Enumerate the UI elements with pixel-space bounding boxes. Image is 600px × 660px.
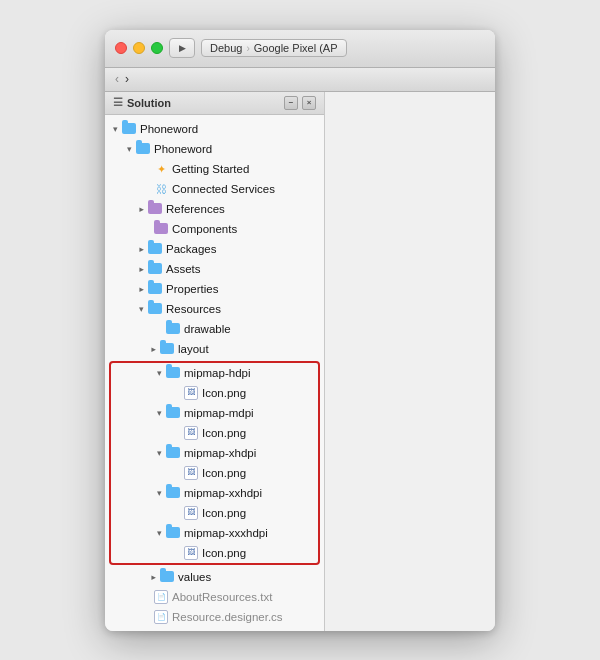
forward-arrow[interactable]: › — [123, 72, 131, 86]
solution-tree: ▾ Phoneword ▾ Phoneword ▾ — [105, 115, 324, 631]
tree-item-phoneword-child[interactable]: ▾ Phoneword — [105, 139, 324, 159]
label-mipmap-mdpi: mipmap-mdpi — [184, 404, 254, 422]
editor-panel — [325, 92, 495, 631]
arrow-resources: ▾ — [135, 300, 147, 318]
label-drawable: drawable — [184, 320, 231, 338]
tree-item-mipmap-xxhdpi[interactable]: ▾ mipmap-xxhdpi — [111, 483, 318, 503]
ide-window: ▶ Debug › Google Pixel (AP ‹ › ☰ Solutio… — [105, 30, 495, 631]
debug-selector[interactable]: Debug › Google Pixel (AP — [201, 39, 347, 57]
tree-item-connected-services[interactable]: ▾ ⛓ Connected Services — [105, 179, 324, 199]
folder-icon-mipmap-hdpi — [165, 365, 181, 381]
arrow-mipmap-xhdpi: ▾ — [153, 444, 165, 462]
file-icon-resource-designer: 📄 — [153, 609, 169, 625]
tree-item-packages[interactable]: ▾ Packages — [105, 239, 324, 259]
solution-list-icon: ☰ — [113, 96, 123, 109]
breadcrumb-bar: ‹ › — [105, 68, 495, 92]
folder-icon-drawable — [165, 321, 181, 337]
separator-icon: › — [246, 43, 249, 54]
arrow-phoneword-child: ▾ — [123, 140, 135, 158]
solution-minimize-btn[interactable]: − — [284, 96, 298, 110]
solution-header-left: ☰ Solution — [113, 96, 171, 109]
folder-icon-mipmap-xhdpi — [165, 445, 181, 461]
label-mipmap-xxxhdpi: mipmap-xxxhdpi — [184, 524, 268, 542]
solution-panel: ☰ Solution − × ▾ Phoneword — [105, 92, 325, 631]
getting-started-icon: ✦ — [153, 161, 169, 177]
tree-item-icon-xxxhdpi[interactable]: ▾ 🖼 Icon.png — [111, 543, 318, 563]
label-resources: Resources — [166, 300, 221, 318]
file-icon-hdpi: 🖼 — [183, 385, 199, 401]
tree-item-icon-xhdpi[interactable]: ▾ 🖼 Icon.png — [111, 463, 318, 483]
minimize-button[interactable] — [133, 42, 145, 54]
tree-item-references[interactable]: ▾ References — [105, 199, 324, 219]
tree-item-icon-xxhdpi[interactable]: ▾ 🖼 Icon.png — [111, 503, 318, 523]
play-button[interactable]: ▶ — [169, 38, 195, 58]
tree-item-about-resources[interactable]: ▾ 📄 AboutResources.txt — [105, 587, 324, 607]
label-mipmap-xhdpi: mipmap-xhdpi — [184, 444, 256, 462]
folder-icon-mipmap-xxhdpi — [165, 485, 181, 501]
label-icon-mdpi: Icon.png — [202, 424, 246, 442]
label-mipmap-hdpi: mipmap-hdpi — [184, 364, 250, 382]
back-arrow[interactable]: ‹ — [113, 72, 121, 86]
label-getting-started: Getting Started — [172, 160, 249, 178]
label-references: References — [166, 200, 225, 218]
tree-item-phoneword-root[interactable]: ▾ Phoneword — [105, 119, 324, 139]
folder-icon-resources — [147, 301, 163, 317]
file-icon-xhdpi: 🖼 — [183, 465, 199, 481]
label-properties: Properties — [166, 280, 218, 298]
label-assets: Assets — [166, 260, 201, 278]
solution-title: Solution — [127, 97, 171, 109]
arrow-mipmap-mdpi: ▾ — [153, 404, 165, 422]
solution-header-icons: − × — [284, 96, 316, 110]
label-resource-designer: Resource.designer.cs — [172, 608, 283, 626]
maximize-button[interactable] — [151, 42, 163, 54]
label-packages: Packages — [166, 240, 217, 258]
label-values: values — [178, 568, 211, 586]
titlebar: ▶ Debug › Google Pixel (AP — [105, 30, 495, 68]
label-layout: layout — [178, 340, 209, 358]
tree-item-components[interactable]: ▾ Components — [105, 219, 324, 239]
label-icon-hdpi: Icon.png — [202, 384, 246, 402]
nav-arrows: ‹ › — [113, 72, 131, 86]
device-label: Google Pixel (AP — [254, 42, 338, 54]
tree-item-mipmap-xxxhdpi[interactable]: ▾ mipmap-xxxhdpi — [111, 523, 318, 543]
label-phoneword-root: Phoneword — [140, 120, 198, 138]
tree-item-values[interactable]: ▾ values — [105, 567, 324, 587]
arrow-phoneword-root: ▾ — [109, 120, 121, 138]
play-icon: ▶ — [179, 43, 186, 53]
label-icon-xxhdpi: Icon.png — [202, 504, 246, 522]
tree-item-drawable[interactable]: ▾ drawable — [105, 319, 324, 339]
label-icon-xhdpi: Icon.png — [202, 464, 246, 482]
file-icon-xxhdpi: 🖼 — [183, 505, 199, 521]
file-icon-mdpi: 🖼 — [183, 425, 199, 441]
tree-item-resources[interactable]: ▾ Resources — [105, 299, 324, 319]
label-components: Components — [172, 220, 237, 238]
label-connected-services: Connected Services — [172, 180, 275, 198]
solution-header: ☰ Solution − × — [105, 92, 324, 115]
tree-item-mipmap-mdpi[interactable]: ▾ mipmap-mdpi — [111, 403, 318, 423]
tree-item-resource-designer[interactable]: ▾ 📄 Resource.designer.cs — [105, 607, 324, 627]
arrow-mipmap-hdpi: ▾ — [153, 364, 165, 382]
arrow-mipmap-xxxhdpi: ▾ — [153, 524, 165, 542]
folder-icon-mipmap-mdpi — [165, 405, 181, 421]
tree-item-mipmap-xhdpi[interactable]: ▾ mipmap-xhdpi — [111, 443, 318, 463]
file-icon-xxxhdpi: 🖼 — [183, 545, 199, 561]
tree-item-layout[interactable]: ▾ layout — [105, 339, 324, 359]
main-content: ☰ Solution − × ▾ Phoneword — [105, 92, 495, 631]
tree-item-icon-mdpi[interactable]: ▾ 🖼 Icon.png — [111, 423, 318, 443]
solution-close-btn[interactable]: × — [302, 96, 316, 110]
tree-item-assets[interactable]: ▾ Assets — [105, 259, 324, 279]
mipmap-highlight-group: ▾ mipmap-hdpi ▾ 🖼 Icon.png — [109, 361, 320, 565]
label-mipmap-xxhdpi: mipmap-xxhdpi — [184, 484, 262, 502]
close-button[interactable] — [115, 42, 127, 54]
tree-item-icon-hdpi[interactable]: ▾ 🖼 Icon.png — [111, 383, 318, 403]
folder-icon-child — [135, 141, 151, 157]
label-phoneword-child: Phoneword — [154, 140, 212, 158]
folder-icon-root — [121, 121, 137, 137]
folder-icon-mipmap-xxxhdpi — [165, 525, 181, 541]
tree-item-properties[interactable]: ▾ Properties — [105, 279, 324, 299]
debug-label: Debug — [210, 42, 242, 54]
tree-item-mipmap-hdpi[interactable]: ▾ mipmap-hdpi — [111, 363, 318, 383]
tree-item-getting-started[interactable]: ▾ ✦ Getting Started — [105, 159, 324, 179]
components-icon — [153, 221, 169, 237]
arrow-mipmap-xxhdpi: ▾ — [153, 484, 165, 502]
